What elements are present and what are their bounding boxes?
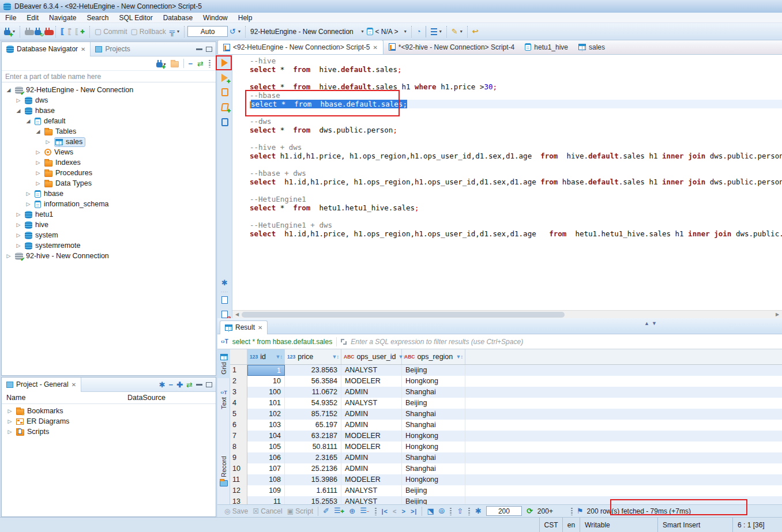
tree-item-procedures[interactable]: ▷Procedures xyxy=(2,168,216,178)
sql-editor[interactable]: --hiveselect * from hive.default.sales;s… xyxy=(232,55,782,310)
expander-icon[interactable]: ◢ xyxy=(15,108,22,114)
row-number[interactable]: 8 xyxy=(230,442,247,452)
transaction-log-button[interactable]: ↺▾ xyxy=(228,27,242,36)
expander-icon[interactable]: ▷ xyxy=(35,160,42,165)
tab-project-general[interactable]: Project - General ✕ xyxy=(2,378,81,392)
grid-cell[interactable]: 102 xyxy=(247,409,285,420)
grid-cell[interactable]: 50.8111 xyxy=(285,442,341,452)
grid-cell[interactable]: MODELER xyxy=(341,376,402,387)
next-row-button[interactable]: > xyxy=(401,508,405,515)
menu-search[interactable]: Search xyxy=(81,13,114,22)
delete-row-icon[interactable]: ☰− xyxy=(360,507,369,515)
column-header-ops-user-id[interactable]: ABCops_user_id▼↕ xyxy=(341,349,402,364)
close-icon[interactable]: ✕ xyxy=(373,44,377,51)
sql-line[interactable] xyxy=(250,134,782,143)
expander-icon[interactable]: ◢ xyxy=(5,87,12,93)
sql-line[interactable]: select * from hive.default.sales h1 wher… xyxy=(250,82,782,91)
grid-cell[interactable]: 25.2136 xyxy=(285,463,341,474)
expand-filter-icon[interactable] xyxy=(341,339,347,345)
last-row-button[interactable]: >| xyxy=(411,508,418,515)
expander-icon[interactable]: ▷ xyxy=(15,97,22,103)
menu-window[interactable]: Window xyxy=(198,13,233,22)
sql-line[interactable] xyxy=(250,212,782,221)
minimize-panel-button[interactable] xyxy=(196,383,202,386)
column-header-ops-region[interactable]: ABCops_region▼↕ xyxy=(402,349,465,364)
grid-cell[interactable]: Shanghai xyxy=(402,409,465,420)
expander-icon[interactable]: ◢ xyxy=(25,118,32,124)
expander-icon[interactable]: ▷ xyxy=(15,222,22,228)
collapse-all-button[interactable]: − xyxy=(189,60,193,67)
grid-cell[interactable]: 105 xyxy=(247,442,285,452)
menu-database[interactable]: Database xyxy=(158,13,198,22)
add-row-icon[interactable]: ☰✚ xyxy=(334,507,344,515)
sql-line-selected[interactable]: select * from hbase.default.sales; xyxy=(250,100,782,108)
grid-cell[interactable]: 1 xyxy=(247,365,285,376)
fetch-more-button[interactable]: 200+ xyxy=(537,507,553,515)
rollback-button[interactable]: ▢Rollback xyxy=(129,27,168,37)
column-header-id[interactable]: 123id▼↕ xyxy=(247,349,285,364)
execute-new-tab-button[interactable]: ✚ xyxy=(221,73,228,82)
grid-cell[interactable]: 63.2187 xyxy=(285,431,341,442)
edit-cell-icon[interactable]: ✐ xyxy=(323,507,329,515)
grid-cell[interactable]: 106 xyxy=(247,452,285,463)
grid-cell[interactable]: 85.7152 xyxy=(285,409,341,420)
table-row[interactable]: 21056.3584MODELERHongkong xyxy=(230,376,782,387)
tree-item-sales[interactable]: ▷sales xyxy=(2,137,216,147)
collapse-all-button[interactable]: − xyxy=(169,381,174,388)
table-row[interactable]: 1123.8563ANALYSTBeijing xyxy=(230,365,782,376)
tree-item-views[interactable]: ▷Views xyxy=(2,147,216,157)
row-number[interactable]: 10 xyxy=(230,463,247,474)
script-button[interactable]: ▣ Script xyxy=(287,507,313,515)
sql-line[interactable] xyxy=(250,160,782,169)
scroll-left-icon[interactable]: ◀ xyxy=(232,312,242,317)
first-row-button[interactable]: |< xyxy=(382,508,389,515)
sql-line[interactable] xyxy=(250,108,782,117)
table-row[interactable]: 410154.9352ANALYSTBeijing xyxy=(230,398,782,409)
expander-icon[interactable]: ▷ xyxy=(35,170,42,176)
expander-icon[interactable]: ▷ xyxy=(15,212,22,217)
tree-item-hetu1[interactable]: ▷hetu1 xyxy=(2,209,216,220)
row-number[interactable]: 4 xyxy=(230,398,247,409)
table-row[interactable]: 91062.3165ADMINShanghai xyxy=(230,452,782,463)
menu-edit[interactable]: Edit xyxy=(21,13,44,22)
editor-tab-92-hive-new-connection-script-4[interactable]: *<92-hive - New Connection> Script-4 xyxy=(384,40,520,54)
tasks-button[interactable]: ▾ xyxy=(429,27,443,36)
expander-icon[interactable]: ▷ xyxy=(35,180,42,186)
commit-button[interactable]: ▢Commit xyxy=(93,27,129,37)
tree-item-dws[interactable]: ▷dws xyxy=(2,95,216,105)
compare-button[interactable]: ✎▾ xyxy=(450,27,464,36)
filter-placeholder[interactable]: Enter a SQL expression to filter results… xyxy=(351,338,523,346)
expander-icon[interactable]: ▷ xyxy=(15,243,22,248)
grid-cell[interactable]: 1.6111 xyxy=(285,485,341,496)
grid-cell[interactable]: 23.8563 xyxy=(285,365,341,376)
grid-cell[interactable]: Shanghai xyxy=(402,420,465,431)
sql-line[interactable] xyxy=(250,186,782,195)
prev-row-button[interactable]: < xyxy=(393,508,397,515)
tree-item-indexes[interactable]: ▷Indexes xyxy=(2,157,216,168)
script-error-button[interactable]: ! xyxy=(221,310,228,318)
grid-cell[interactable]: MODELER xyxy=(341,431,402,442)
table-row[interactable]: 1110815.3986MODELERHongkong xyxy=(230,474,782,485)
grid-cell[interactable]: ANALYST xyxy=(341,485,402,496)
filter-sort-icon[interactable]: ▼↕ xyxy=(332,354,339,360)
editor-tab-sales[interactable]: sales xyxy=(573,40,610,54)
view-menu-button[interactable] xyxy=(208,59,211,67)
column-datasource[interactable]: DataSource xyxy=(127,394,166,402)
table-row[interactable]: 1010725.2136ADMINShanghai xyxy=(230,463,782,474)
grid-cell[interactable]: 108 xyxy=(247,474,285,485)
grid-cell[interactable]: 11 xyxy=(247,496,285,504)
tab-projects[interactable]: Projects xyxy=(91,42,134,56)
row-number[interactable]: 1 xyxy=(230,365,247,376)
tab-text[interactable]: ‹›T Text xyxy=(217,390,230,409)
scroll-right-icon[interactable]: ▶ xyxy=(773,312,782,317)
grid-cell[interactable]: ADMIN xyxy=(341,463,402,474)
goto-row-icon[interactable]: ⬔ xyxy=(427,507,434,515)
auto-commit-combo[interactable]: Auto xyxy=(187,26,228,37)
sql-line[interactable]: --hive xyxy=(250,56,782,65)
select-all-icon[interactable]: ⦾ xyxy=(439,507,445,515)
grid-cell[interactable]: Beijing xyxy=(402,496,465,504)
maximize-panel-button[interactable] xyxy=(206,47,212,52)
expander-icon[interactable]: ▷ xyxy=(35,149,42,155)
tab-record[interactable]: Record xyxy=(217,456,230,486)
grid-cell[interactable]: ADMIN xyxy=(341,409,402,420)
